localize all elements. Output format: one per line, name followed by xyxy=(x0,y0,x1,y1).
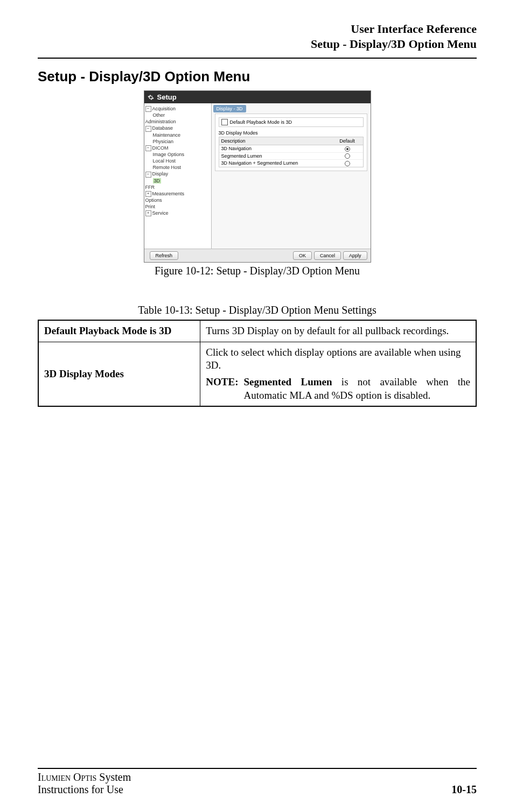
tree-item-label: Administration xyxy=(145,119,176,124)
tree-item-label: Measurements xyxy=(152,191,185,196)
mode-default-cell xyxy=(332,160,363,167)
tree-item[interactable]: Remote Host xyxy=(145,164,210,171)
tree-item[interactable]: Image Options xyxy=(145,151,210,158)
setting-label: 3D Display Modes xyxy=(38,342,200,406)
cancel-button[interactable]: Cancel xyxy=(314,251,341,260)
tree-item[interactable]: Print xyxy=(145,203,210,210)
page-header: User Interface Reference Setup - Display… xyxy=(38,22,477,51)
tree-item-label: Options xyxy=(145,197,162,203)
tree-expander-icon[interactable]: − xyxy=(145,126,151,132)
mode-description: Segmented Lumen xyxy=(219,153,332,160)
footer-line-2: Instructions for Use xyxy=(38,783,131,796)
footer-product-rest: System xyxy=(96,771,131,783)
checkbox-icon[interactable] xyxy=(221,119,228,125)
tree-expander-icon[interactable]: − xyxy=(145,106,151,112)
gear-icon xyxy=(148,94,154,101)
tree-item-label: Display xyxy=(152,171,169,176)
figure-caption: Figure 10-12: Setup - Display/3D Option … xyxy=(38,265,477,277)
apply-button[interactable]: Apply xyxy=(343,251,367,260)
settings-table: Default Playback Mode is 3D Turns 3D Dis… xyxy=(38,320,477,407)
tree-item[interactable]: Options xyxy=(145,197,210,203)
tree-item-label: Maintenance xyxy=(153,132,181,138)
tree-item[interactable]: Physician xyxy=(145,138,210,145)
mode-default-cell xyxy=(332,153,363,160)
tree-item-label: Physician xyxy=(153,139,174,144)
mode-default-cell xyxy=(332,145,363,152)
tree-item[interactable]: FFR xyxy=(145,184,210,190)
modes-title: 3D Display Modes xyxy=(219,130,364,136)
note-label: NOTE: xyxy=(206,376,243,402)
header-line-2: Setup - Display/3D Option Menu xyxy=(38,37,477,52)
tree-item-label: Service xyxy=(152,210,169,216)
content-pane: Display - 3D Default Playback Mode is 3D… xyxy=(212,103,371,249)
tree-expander-icon[interactable]: + xyxy=(145,191,151,197)
footer-product-1: Ilumien xyxy=(38,771,71,783)
tree-item-label: Acquisition xyxy=(152,106,176,111)
tree-expander-icon[interactable]: + xyxy=(145,210,151,216)
setting-note: NOTE: Segmented Lumen is not available w… xyxy=(206,376,470,402)
tree-item-label: Database xyxy=(152,125,173,131)
setting-description-text: Click to select which display options ar… xyxy=(206,346,470,372)
table-row: Default Playback Mode is 3D Turns 3D Dis… xyxy=(38,320,476,342)
section-title: Setup - Display/3D Option Menu xyxy=(38,68,477,85)
tree-item[interactable]: Other xyxy=(145,112,210,118)
footer-left: Ilumien Optis System Instructions for Us… xyxy=(38,771,131,796)
tree-expander-icon[interactable]: − xyxy=(145,145,151,151)
tree-item[interactable]: −Acquisition xyxy=(145,105,210,112)
header-rule xyxy=(38,58,477,59)
tree-item-label: Image Options xyxy=(153,152,185,157)
pane-tab-label: Display - 3D xyxy=(213,105,246,112)
dialog-titlebar: Setup xyxy=(144,91,371,103)
page-footer: Ilumien Optis System Instructions for Us… xyxy=(38,771,477,796)
ok-button[interactable]: OK xyxy=(293,251,312,260)
tree-item-label: Print xyxy=(145,204,156,209)
modes-header-default: Default xyxy=(332,137,363,145)
modes-row[interactable]: 3D Navigation + Segmented Lumen xyxy=(219,160,363,167)
tree-expander-icon[interactable]: − xyxy=(145,172,151,178)
tree-item-label: DICOM xyxy=(152,145,169,151)
tree-item-label: Local Host xyxy=(153,158,176,164)
tree-item[interactable]: −Display xyxy=(145,171,210,177)
tree-item[interactable]: +Measurements xyxy=(145,190,210,197)
modes-header-description: Description xyxy=(219,137,332,145)
note-strong: Segmented Lumen xyxy=(243,376,332,387)
dialog-footer: Refresh OK Cancel Apply xyxy=(144,249,371,262)
nav-tree[interactable]: −AcquisitionOtherAdministration−Database… xyxy=(144,103,212,249)
mode-description: 3D Navigation + Segmented Lumen xyxy=(219,160,332,167)
table-caption: Table 10-13: Setup - Display/3D Option M… xyxy=(38,304,477,316)
setting-description: Click to select which display options ar… xyxy=(200,342,476,406)
refresh-button[interactable]: Refresh xyxy=(150,251,179,260)
figure-container: Setup −AcquisitionOtherAdministration−Da… xyxy=(38,90,477,277)
modes-row[interactable]: 3D Navigation xyxy=(219,145,363,153)
tree-item-label: 3D xyxy=(153,178,162,183)
tree-item[interactable]: 3D xyxy=(145,178,210,184)
default-playback-checkbox-label: Default Playback Mode is 3D xyxy=(230,119,292,125)
setup-dialog: Setup −AcquisitionOtherAdministration−Da… xyxy=(144,90,371,263)
default-playback-checkbox-row[interactable]: Default Playback Mode is 3D xyxy=(219,117,364,127)
header-line-1: User Interface Reference xyxy=(38,22,477,37)
page-number: 10-15 xyxy=(451,783,477,796)
tree-item[interactable]: +Service xyxy=(145,210,210,216)
note-text: Segmented Lumen is not available when th… xyxy=(243,376,470,402)
table-row: 3D Display Modes Click to select which d… xyxy=(38,342,476,406)
radio-icon[interactable] xyxy=(345,146,350,152)
tree-item-label: Remote Host xyxy=(153,165,182,170)
footer-rule xyxy=(38,768,477,769)
footer-product-2: Optis xyxy=(73,771,96,783)
tree-item[interactable]: −DICOM xyxy=(145,145,210,151)
tree-item[interactable]: Local Host xyxy=(145,158,210,164)
tree-item[interactable]: Maintenance xyxy=(145,132,210,138)
setting-label: Default Playback Mode is 3D xyxy=(38,320,200,342)
modes-row[interactable]: Segmented Lumen xyxy=(219,153,363,160)
radio-icon[interactable] xyxy=(345,161,350,166)
tree-item[interactable]: −Database xyxy=(145,125,210,131)
modes-table: Description Default 3D NavigationSegment… xyxy=(219,137,364,167)
tree-item[interactable]: Administration xyxy=(145,118,210,125)
dialog-title: Setup xyxy=(157,93,177,101)
tree-item-label: Other xyxy=(153,112,165,118)
tree-item-label: FFR xyxy=(145,185,155,190)
setting-description: Turns 3D Display on by default for all p… xyxy=(200,320,476,342)
radio-icon[interactable] xyxy=(345,153,350,159)
mode-description: 3D Navigation xyxy=(219,145,332,152)
